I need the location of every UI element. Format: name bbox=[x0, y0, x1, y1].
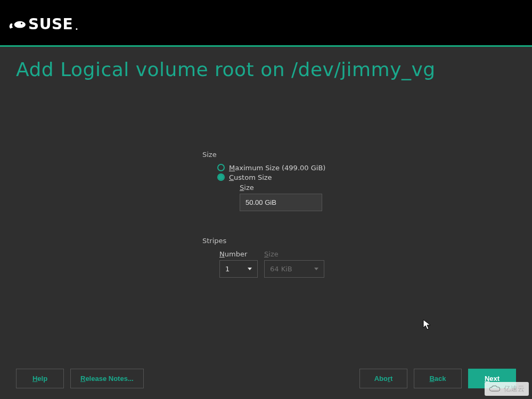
brand-text: SUSE bbox=[28, 17, 73, 32]
stripes-size-field: Size 64 KiB bbox=[264, 250, 324, 278]
radio-custom-label: Custom Size bbox=[229, 173, 272, 181]
back-button[interactable]: Back bbox=[414, 369, 462, 388]
chameleon-icon bbox=[8, 14, 26, 32]
help-button[interactable]: Help bbox=[16, 369, 64, 388]
cloud-icon bbox=[489, 385, 501, 393]
svg-point-0 bbox=[14, 21, 26, 28]
stripes-number-select[interactable]: 1 bbox=[219, 260, 258, 278]
brand-dot: . bbox=[75, 23, 78, 32]
main-panel: Add Logical volume root on /dev/jimmy_vg… bbox=[0, 47, 532, 399]
size-input-group: Size bbox=[240, 184, 516, 211]
suse-logo: SUSE . bbox=[8, 14, 78, 32]
size-group-label: Size bbox=[202, 151, 516, 159]
stripes-size-label: Size bbox=[264, 250, 324, 258]
abort-button[interactable]: Abort bbox=[359, 369, 407, 388]
form-area: Size Maximum Size (499.00 GiB) Custom Si… bbox=[16, 80, 516, 369]
stripes-size-select: 64 KiB bbox=[264, 260, 324, 278]
footer-bar: Help Release Notes... Abort Back Next bbox=[16, 369, 516, 388]
watermark-text: 亿速云 bbox=[504, 384, 525, 394]
size-field-label: Size bbox=[240, 184, 516, 192]
watermark: 亿速云 bbox=[485, 382, 529, 396]
header-bar: SUSE . bbox=[0, 0, 532, 45]
radio-custom-size[interactable]: Custom Size bbox=[217, 173, 516, 181]
radio-max-label: Maximum Size (499.00 GiB) bbox=[229, 164, 325, 172]
stripes-number-label: Number bbox=[219, 250, 258, 258]
stripes-group-label: Stripes bbox=[202, 237, 516, 245]
size-input[interactable] bbox=[240, 194, 322, 211]
svg-point-1 bbox=[21, 22, 22, 24]
radio-selected-icon bbox=[217, 173, 225, 181]
page-title: Add Logical volume root on /dev/jimmy_vg bbox=[16, 59, 516, 80]
size-section: Size Maximum Size (499.00 GiB) Custom Si… bbox=[202, 151, 516, 211]
chevron-down-icon bbox=[248, 268, 252, 270]
stripes-section: Stripes Number 1 Size 64 KiB bbox=[202, 237, 516, 278]
release-notes-button[interactable]: Release Notes... bbox=[70, 369, 144, 388]
stripes-number-field: Number 1 bbox=[219, 250, 258, 278]
chevron-down-icon bbox=[314, 268, 318, 270]
radio-max-size[interactable]: Maximum Size (499.00 GiB) bbox=[217, 164, 516, 172]
radio-unselected-icon bbox=[217, 164, 225, 171]
